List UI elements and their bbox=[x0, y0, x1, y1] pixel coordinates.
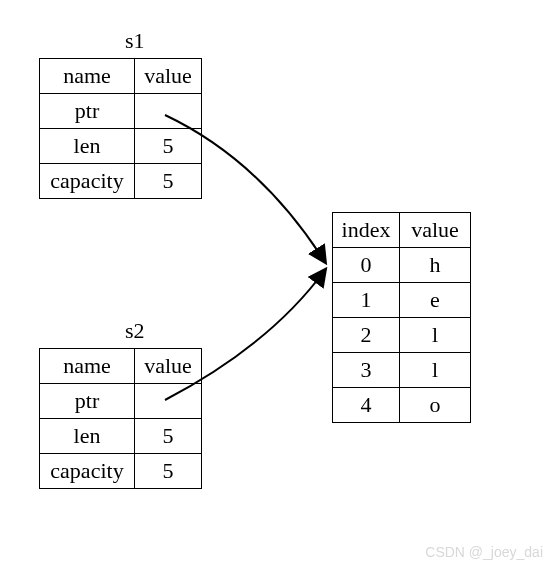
s1-header-value: value bbox=[135, 59, 202, 94]
s1-row0-value bbox=[135, 94, 202, 129]
heap-row1-value: e bbox=[400, 283, 471, 318]
table-row: capacity 5 bbox=[40, 164, 202, 199]
s2-row1-value: 5 bbox=[135, 419, 202, 454]
heap-row2-value: l bbox=[400, 318, 471, 353]
s1-row0-name: ptr bbox=[40, 94, 135, 129]
heap-row1-index: 1 bbox=[333, 283, 400, 318]
s1-header-name: name bbox=[40, 59, 135, 94]
s1-header-row: name value bbox=[40, 59, 202, 94]
table-row: ptr bbox=[40, 94, 202, 129]
heap-header-value: value bbox=[400, 213, 471, 248]
s2-row2-value: 5 bbox=[135, 454, 202, 489]
s1-row1-name: len bbox=[40, 129, 135, 164]
s1-row2-name: capacity bbox=[40, 164, 135, 199]
heap-row3-index: 3 bbox=[333, 353, 400, 388]
heap-row4-value: o bbox=[400, 388, 471, 423]
heap-row2-index: 2 bbox=[333, 318, 400, 353]
table-row: len 5 bbox=[40, 419, 202, 454]
s2-header-value: value bbox=[135, 349, 202, 384]
s1-row1-value: 5 bbox=[135, 129, 202, 164]
s2-table: name value ptr len 5 capacity 5 bbox=[39, 348, 202, 489]
table-row: ptr bbox=[40, 384, 202, 419]
heap-header-row: index value bbox=[333, 213, 471, 248]
heap-header-index: index bbox=[333, 213, 400, 248]
heap-row4-index: 4 bbox=[333, 388, 400, 423]
s2-row2-name: capacity bbox=[40, 454, 135, 489]
s1-table: name value ptr len 5 capacity 5 bbox=[39, 58, 202, 199]
s2-row1-name: len bbox=[40, 419, 135, 454]
table-row: capacity 5 bbox=[40, 454, 202, 489]
table-row: 1 e bbox=[333, 283, 471, 318]
heap-row3-value: l bbox=[400, 353, 471, 388]
s2-row0-value bbox=[135, 384, 202, 419]
s2-row0-name: ptr bbox=[40, 384, 135, 419]
s2-title: s2 bbox=[125, 318, 145, 344]
s1-title: s1 bbox=[125, 28, 145, 54]
s2-header-row: name value bbox=[40, 349, 202, 384]
table-row: 3 l bbox=[333, 353, 471, 388]
heap-table: index value 0 h 1 e 2 l 3 l 4 o bbox=[332, 212, 471, 423]
table-row: len 5 bbox=[40, 129, 202, 164]
s2-header-name: name bbox=[40, 349, 135, 384]
heap-row0-index: 0 bbox=[333, 248, 400, 283]
heap-row0-value: h bbox=[400, 248, 471, 283]
s1-row2-value: 5 bbox=[135, 164, 202, 199]
table-row: 2 l bbox=[333, 318, 471, 353]
table-row: 0 h bbox=[333, 248, 471, 283]
watermark: CSDN @_joey_dai bbox=[425, 544, 543, 560]
table-row: 4 o bbox=[333, 388, 471, 423]
